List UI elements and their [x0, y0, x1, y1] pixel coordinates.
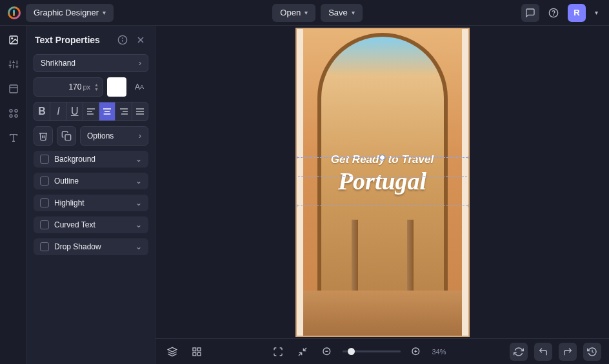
outline-checkbox[interactable] — [40, 177, 49, 186]
elements-tab-icon[interactable] — [7, 107, 20, 120]
zoom-slider[interactable] — [343, 350, 401, 352]
resize-handle[interactable] — [295, 155, 297, 160]
topbar-right: R ▾ — [521, 4, 601, 22]
drop-shadow-accordion[interactable]: Drop Shadow ⌄ — [34, 238, 148, 255]
text-color-swatch[interactable] — [107, 77, 126, 97]
panel-header: Text Properties — [34, 31, 148, 49]
resize-handle[interactable] — [468, 155, 470, 160]
actual-size-icon[interactable] — [294, 343, 312, 361]
zoom-in-icon[interactable] — [407, 343, 425, 361]
images-tab-icon[interactable] — [7, 34, 20, 46]
align-justify-button[interactable] — [132, 102, 148, 120]
resize-handle[interactable] — [295, 203, 297, 209]
chevron-down-icon: ▾ — [304, 9, 308, 16]
undo-icon[interactable] — [534, 343, 552, 361]
svg-point-18 — [15, 115, 17, 117]
comments-icon[interactable] — [521, 4, 539, 22]
svg-rect-43 — [193, 352, 196, 356]
svg-rect-42 — [197, 352, 201, 356]
text-tab-icon[interactable] — [7, 131, 20, 144]
chevron-right-icon: › — [139, 59, 141, 68]
resize-handle[interactable] — [469, 178, 470, 187]
chevron-down-icon: ▾ — [595, 9, 598, 16]
main: Text Properties Shrikhand › 170 px ▲▼ AA… — [0, 26, 609, 364]
align-left-button[interactable] — [83, 102, 99, 120]
chevron-down-icon: ⌄ — [135, 177, 142, 186]
open-label: Open — [280, 8, 301, 17]
svg-point-1 — [554, 15, 554, 15]
size-color-row: 170 px ▲▼ AA — [34, 77, 148, 97]
fit-screen-icon[interactable] — [269, 343, 287, 361]
svg-rect-40 — [193, 348, 196, 351]
chevron-right-icon: › — [139, 131, 141, 140]
curved-checkbox[interactable] — [40, 220, 49, 229]
highlight-label: Highlight — [54, 198, 130, 207]
chevron-down-icon: ⌄ — [135, 198, 142, 207]
open-button[interactable]: Open ▾ — [272, 4, 315, 22]
svg-rect-41 — [197, 348, 201, 351]
shadow-checkbox[interactable] — [40, 242, 49, 251]
svg-point-16 — [15, 110, 17, 112]
adjust-tab-icon[interactable] — [7, 58, 20, 71]
refresh-icon[interactable] — [510, 343, 528, 361]
topbar: Graphic Designer ▾ Open ▾ Save ▾ R ▾ — [0, 0, 609, 26]
panel-title: Text Properties — [35, 35, 100, 45]
canvas-viewport[interactable]: Get Ready to Travel Portugal — [155, 26, 609, 338]
zoom-out-icon[interactable] — [318, 343, 336, 361]
svg-marker-39 — [168, 347, 176, 352]
user-menu-icon[interactable]: ▾ — [591, 4, 601, 22]
underline-button[interactable]: U — [67, 102, 83, 120]
grid-icon[interactable] — [188, 343, 206, 361]
chevron-down-icon: ▾ — [103, 9, 106, 16]
resize-handle[interactable] — [379, 155, 385, 160]
save-button[interactable]: Save ▾ — [321, 4, 363, 22]
text-selection-box[interactable] — [295, 157, 470, 206]
chevron-down-icon: ▾ — [352, 9, 355, 16]
help-icon[interactable] — [544, 4, 563, 22]
bold-button[interactable]: B — [34, 102, 50, 120]
svg-rect-13 — [10, 85, 17, 93]
align-right-button[interactable] — [115, 102, 132, 120]
spinner-down-icon: ▼ — [94, 87, 99, 91]
spinner-up-icon: ▲ — [94, 82, 99, 87]
canvas-area: Get Ready to Travel Portugal — [155, 26, 609, 364]
curved-label: Curved Text — [54, 220, 130, 229]
outline-accordion[interactable]: Outline ⌄ — [34, 173, 148, 189]
curved-text-accordion[interactable]: Curved Text ⌄ — [34, 216, 148, 233]
properties-panel: Text Properties Shrikhand › 170 px ▲▼ AA… — [27, 26, 155, 364]
size-spinner[interactable]: ▲▼ — [94, 82, 99, 91]
options-dropdown[interactable]: Options › — [80, 126, 148, 146]
align-center-button[interactable] — [99, 102, 115, 120]
bottom-toolbar: 34% — [155, 338, 609, 364]
resize-handle[interactable] — [295, 178, 296, 187]
delete-button[interactable] — [34, 126, 53, 146]
font-size-input[interactable]: 170 px ▲▼ — [34, 77, 103, 97]
background-accordion[interactable]: Background ⌄ — [34, 151, 148, 168]
mode-dropdown[interactable]: Graphic Designer ▾ — [26, 4, 114, 22]
text-case-button[interactable]: AA — [130, 77, 148, 97]
redo-icon[interactable] — [559, 343, 577, 361]
info-icon[interactable] — [116, 34, 129, 46]
artboard[interactable]: Get Ready to Travel Portugal — [295, 28, 470, 337]
svg-point-3 — [11, 38, 12, 39]
history-icon[interactable] — [583, 343, 601, 361]
duplicate-button[interactable] — [57, 126, 76, 146]
chevron-down-icon: ⌄ — [135, 220, 142, 229]
svg-point-17 — [10, 115, 12, 117]
font-family-dropdown[interactable]: Shrikhand › — [34, 54, 148, 72]
mode-label: Graphic Designer — [34, 8, 99, 17]
zoom-value: 34% — [432, 348, 446, 356]
background-checkbox[interactable] — [40, 155, 49, 164]
italic-button[interactable]: I — [50, 102, 66, 120]
highlight-checkbox[interactable] — [40, 198, 49, 207]
close-icon[interactable] — [134, 34, 147, 46]
highlight-accordion[interactable]: Highlight ⌄ — [34, 195, 148, 211]
save-label: Save — [328, 8, 348, 17]
user-avatar[interactable]: R — [568, 4, 586, 22]
topbar-center: Open ▾ Save ▾ — [119, 4, 516, 22]
templates-tab-icon[interactable] — [7, 82, 20, 95]
sidebar — [0, 26, 27, 364]
layers-icon[interactable] — [163, 343, 181, 361]
app-logo[interactable] — [8, 6, 21, 19]
resize-handle[interactable] — [468, 203, 470, 209]
